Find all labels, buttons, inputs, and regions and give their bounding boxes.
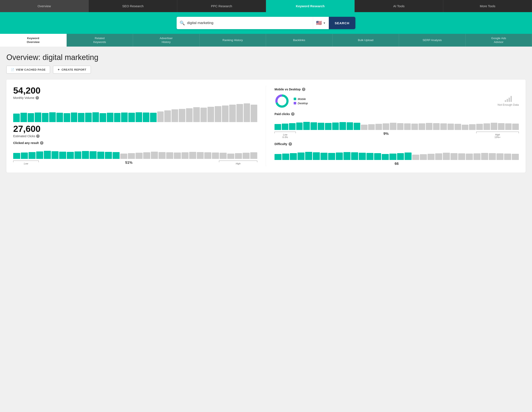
estimated-clicks-help[interactable]: ? bbox=[36, 134, 39, 138]
search-icon: 🔍 bbox=[180, 20, 185, 26]
paid-clicks-help[interactable]: ? bbox=[291, 112, 294, 116]
estimated-clicks-value: 27,600 bbox=[13, 124, 257, 134]
difficulty-help[interactable]: ? bbox=[289, 142, 292, 146]
tab-google-ads-advisor[interactable]: Google AdsAdvisor bbox=[466, 34, 532, 47]
signal-bar-3 bbox=[509, 98, 510, 102]
mvd-help[interactable]: ? bbox=[302, 88, 305, 91]
legend: Mobile Desktop bbox=[294, 97, 308, 105]
paid-high-range: 13%+ bbox=[494, 136, 501, 139]
not-enough-data-text: Not Enough Data bbox=[497, 103, 519, 106]
donut-chart bbox=[275, 94, 289, 108]
chevron-down-icon: ▼ bbox=[323, 21, 326, 25]
sub-nav: KeywordOverview RelatedKeywords Advertis… bbox=[0, 34, 532, 47]
tab-serp-analysis[interactable]: SERP Analysis bbox=[399, 34, 466, 47]
nav-ai-tools[interactable]: AI Tools bbox=[355, 0, 444, 12]
create-report-label: CREATE REPORT bbox=[61, 68, 86, 71]
action-buttons: 📄 VIEW CACHED PAGE ✦ CREATE REPORT bbox=[6, 66, 526, 74]
tab-related-keywords[interactable]: RelatedKeywords bbox=[66, 34, 133, 47]
legend-desktop: Desktop bbox=[294, 102, 308, 105]
top-nav: Overview SEO Research PPC Research Keywo… bbox=[0, 0, 532, 12]
monthly-volume-help[interactable]: ? bbox=[36, 96, 39, 100]
card-right: Mobile vs Desktop ? bbox=[266, 85, 519, 167]
paid-high-label: High bbox=[495, 133, 500, 136]
nav-ppc-research[interactable]: PPC Research bbox=[177, 0, 266, 12]
clicked-low-label: Low bbox=[24, 162, 28, 165]
nav-more-tools[interactable]: More Tools bbox=[443, 0, 532, 12]
mobile-dot bbox=[294, 98, 296, 100]
create-report-button[interactable]: ✦ CREATE REPORT bbox=[53, 66, 91, 74]
page-title: Overview: digital marketing bbox=[6, 53, 526, 62]
clicked-help[interactable]: ? bbox=[40, 141, 43, 145]
monthly-volume-value: 54,200 bbox=[13, 85, 257, 96]
difficulty-value-row: 66 bbox=[275, 162, 519, 166]
nav-overview[interactable]: Overview bbox=[0, 0, 89, 12]
donut-row: Mobile Desktop bbox=[275, 94, 519, 108]
paid-low-range: 0-3% bbox=[282, 136, 288, 139]
main-content: Overview: digital marketing 📄 VIEW CACHE… bbox=[0, 47, 532, 172]
monthly-volume-label: Monthly Volume ? bbox=[13, 96, 257, 100]
view-cached-page-button[interactable]: 📄 VIEW CACHED PAGE bbox=[6, 66, 50, 74]
tab-bulk-upload[interactable]: Bulk Upload bbox=[332, 34, 399, 47]
nav-keyword-research[interactable]: Keyword Research bbox=[266, 0, 355, 12]
difficulty-chart bbox=[275, 148, 519, 160]
difficulty-label: Difficulty ? bbox=[275, 142, 519, 146]
signal-bar-1 bbox=[505, 100, 506, 102]
not-enough-data: Not Enough Data bbox=[497, 96, 519, 106]
paid-clicks-chart bbox=[275, 118, 519, 130]
tab-advertiser-history[interactable]: AdvertiserHistory bbox=[133, 34, 200, 47]
tab-ranking-history[interactable]: Ranking History bbox=[200, 34, 266, 47]
search-container: 🔍 🇺🇸 ▼ SEARCH bbox=[177, 17, 355, 29]
nav-seo-research[interactable]: SEO Research bbox=[89, 0, 178, 12]
report-icon: ✦ bbox=[57, 68, 60, 71]
clicked-high-label: High bbox=[236, 162, 241, 165]
signal-bar-4 bbox=[511, 96, 512, 102]
monthly-volume-chart bbox=[13, 103, 257, 122]
view-cached-label: VIEW CACHED PAGE bbox=[16, 68, 46, 71]
tab-backlinks[interactable]: Backlinks bbox=[266, 34, 332, 47]
paid-pct: 9% bbox=[383, 132, 389, 136]
card-grid: 54,200 Monthly Volume ? 27,600 Estimated… bbox=[13, 85, 519, 167]
clicked-pct: 51% bbox=[125, 161, 132, 165]
data-card: 54,200 Monthly Volume ? 27,600 Estimated… bbox=[6, 80, 526, 172]
estimated-clicks-label: Estimated Clicks ? bbox=[13, 134, 257, 138]
difficulty-value: 66 bbox=[395, 162, 399, 166]
desktop-dot bbox=[294, 102, 296, 104]
tab-keyword-overview[interactable]: KeywordOverview bbox=[0, 34, 66, 47]
clicked-any-result-label: Clicked any result ? bbox=[13, 141, 257, 145]
mobile-vs-desktop-label: Mobile vs Desktop ? bbox=[275, 88, 519, 91]
flag-icon: 🇺🇸 bbox=[316, 20, 322, 26]
clicked-chart bbox=[13, 147, 257, 159]
search-bar-area: 🔍 🇺🇸 ▼ SEARCH bbox=[0, 12, 532, 34]
paid-low-label: Low bbox=[283, 133, 287, 136]
paid-clicks-label: Paid clicks ? bbox=[275, 112, 519, 116]
clicked-range-labels: Low 51% High bbox=[13, 161, 257, 165]
country-selector[interactable]: 🇺🇸 ▼ bbox=[313, 17, 329, 29]
paid-range-labels: Low 0-3% 9% High 13%+ bbox=[275, 132, 519, 139]
card-left: 54,200 Monthly Volume ? 27,600 Estimated… bbox=[13, 85, 266, 167]
legend-mobile: Mobile bbox=[294, 97, 308, 101]
search-button[interactable]: SEARCH bbox=[329, 17, 355, 29]
search-input[interactable] bbox=[187, 21, 313, 25]
signal-bars bbox=[505, 96, 512, 102]
document-icon: 📄 bbox=[11, 68, 14, 71]
signal-bar-2 bbox=[507, 99, 508, 102]
